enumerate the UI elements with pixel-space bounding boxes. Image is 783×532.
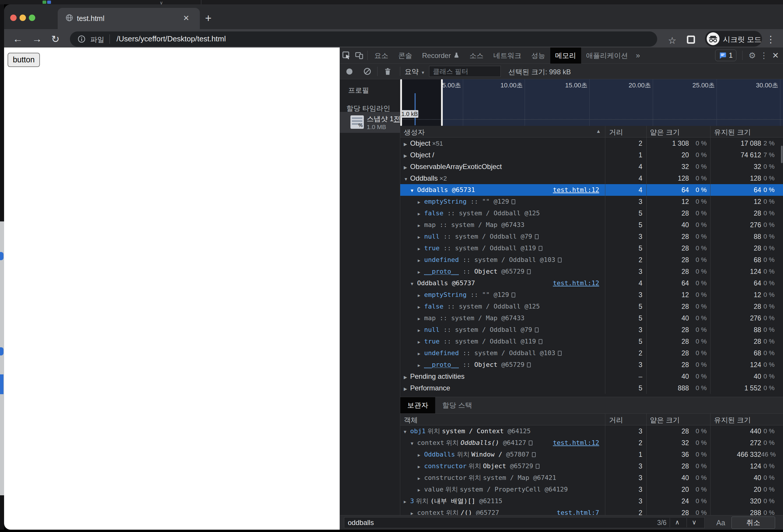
column-shallow-size[interactable]: 얕은 크기 [650, 415, 680, 425]
object-preview-icon[interactable] [535, 327, 539, 333]
chevron-collapsed-icon[interactable]: ▶ [404, 150, 410, 161]
chevron-collapsed-icon[interactable]: ▶ [418, 484, 424, 495]
heap-table-row[interactable]: ▶null :: system / Oddball @793280 %880 % [400, 324, 783, 336]
tab-보관자[interactable]: 보관자 [400, 397, 435, 413]
object-preview-icon[interactable] [511, 199, 515, 204]
tab-성능[interactable]: 성능 [526, 48, 550, 64]
tab-메모리[interactable]: 메모리 [550, 48, 581, 64]
chevron-collapsed-icon[interactable]: ▶ [418, 243, 424, 254]
record-icon[interactable] [346, 68, 352, 74]
device-toolbar-icon[interactable] [353, 49, 366, 62]
heap-table-row[interactable]: ▶Performance58880 %1 5520 % [400, 382, 783, 394]
heap-table-row[interactable]: ▼Oddballs ×241280 %1280 % [400, 173, 783, 184]
column-retained-size[interactable]: 유지된 크기 [714, 128, 751, 137]
source-link[interactable]: test.html:12 [553, 184, 599, 196]
snapshot-suffix[interactable]: 전체 [394, 115, 400, 123]
tab-할당 스택[interactable]: 할당 스택 [435, 397, 479, 413]
object-preview-icon[interactable] [511, 292, 515, 298]
address-bar[interactable]: 파일 /Users/yceffort/Desktop/test.html [70, 31, 657, 46]
column-object[interactable]: 객체 [404, 415, 418, 425]
chevron-collapsed-icon[interactable]: ▶ [418, 359, 424, 371]
chevron-collapsed-icon[interactable]: ▶ [418, 449, 424, 460]
selection-handle-left[interactable] [400, 79, 402, 126]
chevron-collapsed-icon[interactable]: ▶ [418, 348, 424, 359]
selection-handle-right[interactable] [441, 79, 443, 126]
object-preview-icon[interactable] [532, 452, 536, 457]
chevron-collapsed-icon[interactable]: ▶ [418, 231, 424, 242]
browser-menu-icon[interactable]: ⋮ [766, 34, 776, 45]
chevron-collapsed-icon[interactable]: ▶ [418, 266, 424, 277]
column-retained-size[interactable]: 유지된 크기 [714, 415, 751, 425]
devtools-menu-icon[interactable]: ⋮ [760, 51, 768, 60]
tab-Recorder[interactable]: Recorder [417, 48, 465, 64]
search-field[interactable]: 3/6 ∧ ∨ [344, 517, 704, 528]
scrollbar-thumb[interactable] [781, 146, 783, 163]
tab-네트워크[interactable]: 네트워크 [489, 48, 526, 64]
object-preview-icon[interactable] [558, 257, 562, 262]
object-preview-icon[interactable] [535, 234, 539, 239]
chevron-expanded-icon[interactable]: ▼ [404, 426, 410, 437]
retainer-table-row[interactable]: ▶value 위치 system / PropertyCell @6412932… [400, 483, 783, 495]
forward-button[interactable]: → [32, 33, 42, 44]
retainer-table-row[interactable]: ▶constructor 위치 Object @657293280 %1240 … [400, 460, 783, 472]
tab-요소[interactable]: 요소 [369, 48, 393, 64]
retainer-table-row[interactable]: ▶Oddballs 위치 Window / @578071360 %466 33… [400, 449, 783, 460]
object-preview-icon[interactable] [527, 269, 531, 274]
retainer-table-row[interactable]: ▼context 위치 Oddballs() @64127test.html:1… [400, 437, 783, 449]
heap-table-row[interactable]: ▶emptyString :: "" @1293120 %120 % [400, 196, 783, 208]
chevron-collapsed-icon[interactable]: ▶ [418, 473, 424, 483]
chevron-collapsed-icon[interactable]: ▶ [418, 290, 424, 301]
retainer-table-row[interactable]: ▶constructor 위치 system / Map @674213400 … [400, 472, 783, 483]
side-panel-icon[interactable] [687, 35, 695, 44]
new-tab-button[interactable]: + [205, 12, 212, 25]
clear-icon[interactable] [364, 68, 371, 75]
match-case-toggle[interactable]: Aa [716, 519, 725, 527]
heap-table-row[interactable]: ▶__proto__ :: Object @657293280 %1240 % [400, 266, 783, 277]
retainer-table-row[interactable]: ▼obj1 위치 system / Context @641253280 %44… [400, 426, 783, 437]
column-distance[interactable]: 거리 [609, 415, 623, 425]
tab-애플리케이션[interactable]: 애플리케이션 [581, 48, 633, 64]
cancel-search-button[interactable]: 취소 [731, 517, 775, 529]
close-window-button[interactable] [10, 14, 17, 21]
object-preview-icon[interactable] [539, 339, 542, 344]
minimize-window-button[interactable] [20, 14, 26, 21]
retainer-table-row[interactable]: ▶3 위치 (내부 배열)[] @621153240 %3200 % [400, 495, 783, 507]
chevron-collapsed-icon[interactable]: ▶ [404, 372, 410, 382]
column-shallow-size[interactable]: 얕은 크기 [650, 128, 680, 137]
issues-counter[interactable]: 1 [715, 50, 737, 61]
more-tabs-button[interactable]: » [633, 48, 643, 64]
browser-tab[interactable]: test.html ✕ [58, 8, 200, 29]
chevron-collapsed-icon[interactable]: ▶ [418, 461, 424, 472]
allocation-timeline[interactable]: 5.00초10.00초15.00초20.00초25.00초30.00초 1.0 … [400, 79, 783, 126]
source-link[interactable]: test.html:12 [553, 277, 599, 289]
chevron-collapsed-icon[interactable]: ▶ [418, 208, 424, 219]
source-link[interactable]: test.html:7 [557, 507, 599, 515]
object-preview-icon[interactable] [536, 464, 539, 469]
chevron-collapsed-icon[interactable]: ▶ [418, 255, 424, 266]
heap-table-row[interactable]: ▶true :: system / Oddball @1195280 %280 … [400, 336, 783, 347]
object-preview-icon[interactable] [527, 363, 531, 367]
inspect-element-icon[interactable] [340, 49, 353, 62]
chevron-collapsed-icon[interactable]: ▶ [404, 496, 410, 507]
chevron-collapsed-icon[interactable]: ▶ [411, 507, 417, 515]
chevron-collapsed-icon[interactable]: ▶ [418, 324, 424, 336]
heap-table-row[interactable]: ▶null :: system / Oddball @793280 %880 % [400, 231, 783, 242]
source-link[interactable]: test.html:12 [553, 437, 599, 449]
chevron-expanded-icon[interactable]: ▼ [404, 174, 410, 184]
heap-table-row[interactable]: ▶undefined :: system / Oddball @1032280 … [400, 347, 783, 359]
heap-table-row[interactable]: ▼Oddballs @65737test.html:124640 %640 % [400, 277, 783, 289]
heap-table-row[interactable]: ▶emptyString :: "" @1293120 %120 % [400, 289, 783, 301]
class-filter-input[interactable] [429, 66, 501, 77]
heap-table-row[interactable]: ▶false :: system / Oddball @1255280 %280… [400, 208, 783, 219]
heap-table-row[interactable]: ▶true :: system / Oddball @1195280 %280 … [400, 242, 783, 254]
search-next-icon[interactable]: ∨ [688, 519, 700, 526]
heap-table-row[interactable]: ▶__proto__ :: Object @657293280 %1240 % [400, 359, 783, 371]
bookmark-star-icon[interactable]: ☆ [668, 35, 677, 46]
heap-table-row[interactable]: ▶undefined :: system / Oddball @1032280 … [400, 254, 783, 266]
chevron-collapsed-icon[interactable]: ▶ [418, 313, 424, 324]
reload-button[interactable]: ↻ [51, 33, 60, 45]
object-preview-icon[interactable] [558, 351, 562, 356]
chevron-collapsed-icon[interactable]: ▶ [418, 301, 424, 312]
retainer-table-row[interactable]: ▶context 위치 /() @65727test.html:72280 %2… [400, 507, 783, 515]
heap-table-row[interactable]: ▶Object /1200 %74 6127 % [400, 149, 783, 161]
